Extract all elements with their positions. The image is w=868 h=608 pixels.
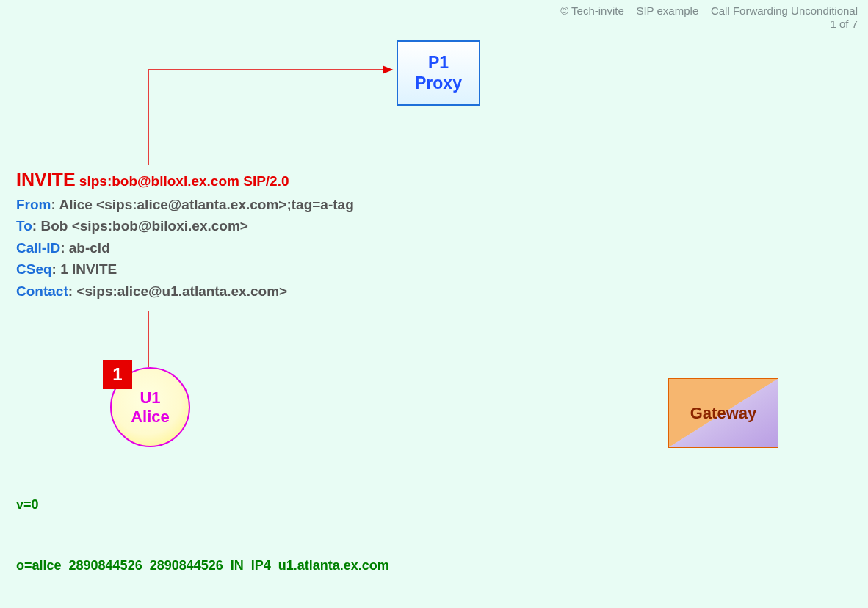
sip-header-from: From: Alice <sips:alice@atlanta.ex.com>;… <box>16 194 354 215</box>
gateway-node: Gateway <box>668 378 778 448</box>
sip-header-cseq: CSeq: 1 INVITE <box>16 258 354 280</box>
sdp-line: v=0 <box>16 495 389 515</box>
copyright-text: © Tech-invite – SIP example – Call Forwa… <box>560 4 858 18</box>
sip-message: INVITE sips:bob@biloxi.ex.com SIP/2.0 Fr… <box>16 165 354 302</box>
sip-header-contact: Contact: <sips:alice@u1.atlanta.ex.com> <box>16 281 354 302</box>
proxy-node: P1 Proxy <box>397 40 480 106</box>
sip-request-uri: sips:bob@biloxi.ex.com SIP/2.0 <box>79 173 289 189</box>
sdp-line: o=alice 2890844526 2890844526 IN IP4 u1.… <box>16 556 389 576</box>
sip-method: INVITE <box>16 169 76 189</box>
gateway-label: Gateway <box>690 404 757 423</box>
sip-header-callid: Call-ID: ab-cid <box>16 237 354 258</box>
alice-line1: U1 <box>112 388 189 407</box>
step-badge: 1 <box>103 360 132 389</box>
sip-request-line: INVITE sips:bob@biloxi.ex.com SIP/2.0 <box>16 165 354 194</box>
page-indicator: 1 of 7 <box>830 18 858 30</box>
sdp-body: v=0 o=alice 2890844526 2890844526 IN IP4… <box>16 454 389 608</box>
sip-header-to: To: Bob <sips:bob@biloxi.ex.com> <box>16 215 354 236</box>
proxy-line2: Proxy <box>398 73 479 94</box>
alice-line2: Alice <box>112 408 189 426</box>
proxy-line1: P1 <box>398 53 479 73</box>
